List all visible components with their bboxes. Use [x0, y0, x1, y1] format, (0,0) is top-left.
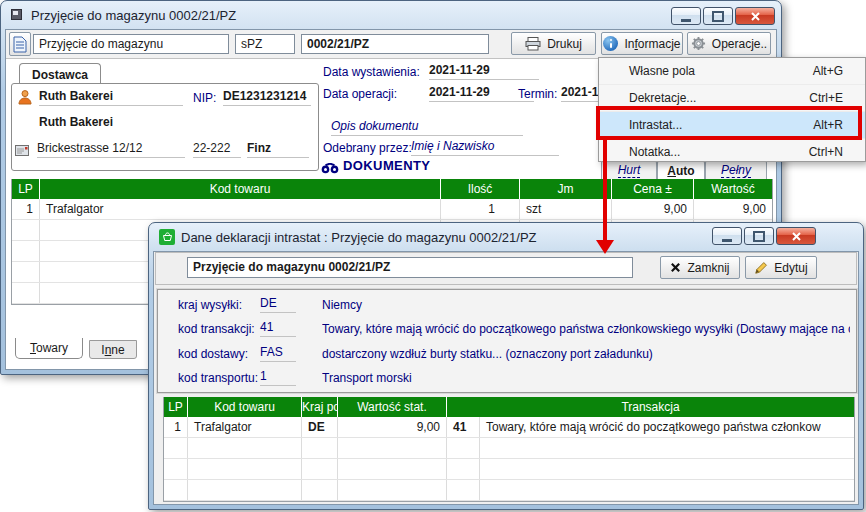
dialog-close-button[interactable]: [776, 227, 816, 245]
dialog-minimize-button[interactable]: [712, 227, 742, 245]
print-button-label: Drukuj: [547, 37, 582, 51]
tab-towary[interactable]: Towary: [15, 338, 83, 359]
operations-button[interactable]: Operacje..: [687, 32, 771, 55]
city-field[interactable]: Finz: [247, 141, 309, 158]
minimize-button[interactable]: [671, 7, 701, 25]
tab-auto-label: Auto: [667, 164, 694, 178]
minimize-icon: [681, 19, 691, 22]
intrastat-table: LP Kod towaru Kraj poch. Wartość stat. T…: [163, 397, 855, 502]
menu-item-label: Notatka...: [629, 145, 680, 159]
info-icon: [603, 36, 618, 51]
col-wartosc: Wartość: [694, 179, 772, 199]
cell-code: Trafalgator: [40, 199, 441, 219]
menu-item-wlasne-pola[interactable]: Własne pola Alt+G: [599, 58, 865, 85]
close-icon: [791, 231, 802, 242]
person-icon: [17, 89, 33, 108]
table-row[interactable]: 1 Trafalgator DE 9,00 41 Towary, które m…: [164, 417, 854, 438]
table-row-empty[interactable]: [164, 480, 854, 501]
annotation-highlight-rect: [596, 106, 862, 140]
zamknij-button-label: Zamknij: [687, 261, 729, 275]
menu-item-label: Własne pola: [629, 64, 695, 78]
app-icon: [11, 9, 22, 23]
document-icon-button[interactable]: [9, 32, 31, 56]
col-cena: Cena ±: [612, 179, 694, 199]
doc-series-field[interactable]: sPZ: [235, 34, 295, 54]
edytuj-button[interactable]: Edytuj: [745, 256, 817, 279]
edytuj-button-label: Edytuj: [774, 261, 807, 275]
binoculars-icon: [321, 163, 339, 177]
tab-dostawca-label: Dostawca: [32, 68, 88, 82]
kod-transportu-desc: Transport morski: [322, 371, 850, 386]
doc-type-field[interactable]: Przyjęcie do magazynu: [33, 34, 229, 54]
zamknij-button[interactable]: Zamknij: [660, 256, 740, 279]
operation-date-label: Data operacji:: [323, 87, 397, 102]
annotation-arrow-line: [603, 139, 607, 240]
gear-icon: [691, 36, 706, 51]
table-row-empty[interactable]: [164, 438, 854, 459]
dialog-document-field[interactable]: Przyjęcie do magazynu 0002/21/PZ: [187, 257, 633, 278]
x-icon: [670, 262, 681, 273]
supplier-fullname: Ruth Bakerei: [39, 115, 113, 130]
maximize-button[interactable]: [703, 7, 733, 25]
postal-field[interactable]: 22-222: [193, 141, 241, 158]
kod-dostawy-desc: dostarczony wzdłuż burty statku... (ozna…: [322, 347, 850, 362]
info-button[interactable]: Informacje: [601, 32, 683, 55]
items-table-header: LP Kod towaru Ilość Jm Cena ± Wartość: [12, 179, 772, 199]
col-kraj-poch: Kraj poch.: [302, 397, 338, 417]
kod-transportu-value[interactable]: 1: [260, 369, 296, 386]
cell-qty: 1: [441, 199, 520, 219]
menu-item-shortcut: Alt+G: [813, 64, 843, 78]
maximize-icon: [712, 11, 724, 22]
kod-dostawy-value[interactable]: FAS: [260, 345, 296, 362]
screenshot-canvas: Przyjęcie do magazynu 0002/21/PZ Przyjęc…: [0, 0, 866, 512]
operations-button-label: Operacje..: [712, 37, 767, 51]
close-icon: [750, 11, 761, 22]
col-lp: LP: [12, 179, 40, 199]
col-transakcja: Transakcja: [447, 397, 854, 417]
intrastat-dialog: Dane deklaracji intrastat : Przyjęcie do…: [148, 222, 864, 510]
main-titlebar: Przyjęcie do magazynu 0002/21/PZ: [1, 1, 781, 29]
tab-towary-label: Towary: [30, 341, 68, 355]
table-row-empty[interactable]: [164, 459, 854, 480]
kod-transakcji-value[interactable]: 41: [260, 320, 296, 337]
print-button[interactable]: Drukuj: [511, 32, 596, 55]
documents-section-label[interactable]: DOKUMENTY: [343, 158, 430, 173]
close-button[interactable]: [735, 7, 775, 25]
basket-icon: [159, 229, 175, 245]
field-label: kod transportu:: [178, 371, 258, 386]
tab-pelny-label: Pełny: [721, 163, 751, 178]
received-by-field[interactable]: Imię i Nazwisko: [411, 139, 559, 156]
field-label: kod dostawy:: [178, 347, 248, 362]
street-field[interactable]: Brickestrasse 12/12: [37, 141, 185, 158]
term-label: Termin:: [518, 87, 557, 102]
dialog-maximize-button[interactable]: [744, 227, 774, 245]
issue-date-label: Data wystawienia:: [323, 65, 420, 80]
address-icon: [15, 145, 29, 159]
document-icon: [13, 36, 27, 53]
tab-hurt-label: Hurt: [618, 163, 641, 178]
issue-date-field[interactable]: 2021-11-29: [429, 63, 539, 80]
supplier-name-field[interactable]: Ruth Bakerei: [39, 89, 183, 106]
cell-price: 9,00: [612, 199, 694, 219]
col-wartosc-stat: Wartość stat.: [338, 397, 447, 417]
menu-item-notatka[interactable]: Notatka... Ctrl+N: [599, 139, 865, 165]
tab-dostawca[interactable]: Dostawca: [19, 63, 101, 85]
cell-stat-value: 9,00: [338, 417, 447, 437]
nip-field[interactable]: DE1231231214: [223, 89, 311, 106]
cell-unit: szt: [520, 199, 612, 219]
cell-origin: DE: [302, 417, 338, 437]
printer-icon: [525, 37, 541, 51]
cell-code: Trafalgator: [188, 417, 302, 437]
description-field[interactable]: Opis dokumentu: [331, 119, 523, 136]
cell-transaction-desc: Towary, które mają wrócić do początkoweg…: [480, 417, 854, 437]
kod-transakcji-desc: Towary, które mają wrócić do początkoweg…: [322, 322, 850, 337]
table-row[interactable]: 1 Trafalgator 1 szt 9,00 9,00: [12, 199, 772, 220]
menu-item-label: Dekretacje...: [629, 91, 696, 105]
doc-number-field[interactable]: 0002/21/PZ: [301, 34, 489, 54]
tab-inne[interactable]: Inne: [89, 340, 137, 359]
dialog-title: Dane deklaracji intrastat : Przyjęcie do…: [181, 230, 537, 246]
kraj-wysylki-value[interactable]: DE: [260, 296, 296, 313]
maximize-icon: [753, 231, 765, 242]
cell-transaction-code: 41: [447, 417, 480, 437]
cell-lp: 1: [12, 199, 40, 219]
